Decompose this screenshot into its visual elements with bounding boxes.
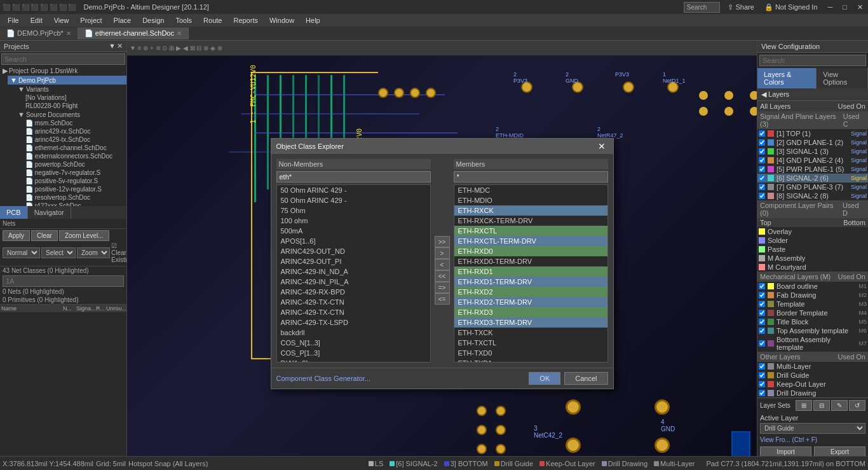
- m-item-eth-rxd1[interactable]: ETH-RXD1: [454, 266, 607, 277]
- m-item-eth-rxd3-term[interactable]: ETH-RXD3-TERM-DRV: [454, 317, 607, 328]
- mech-border[interactable]: Border Template M4: [757, 308, 868, 317]
- tree-powertop[interactable]: 📄 powertop.SchDoc: [23, 160, 126, 169]
- m-item-eth-txck[interactable]: ETH-TXCK: [454, 328, 607, 338]
- members-search[interactable]: [454, 171, 608, 183]
- layer-pair-courtyard[interactable]: M Courtyard: [757, 263, 868, 272]
- layer-sig2[interactable]: [6] SIGNAL-2 (6) Signal: [757, 174, 868, 183]
- menu-project[interactable]: Project: [75, 15, 107, 25]
- zoom-level-btn[interactable]: Zoom Level...: [59, 230, 109, 241]
- tree-no-vars[interactable]: [No Variations]: [23, 93, 126, 102]
- projects-header[interactable]: Projects ▼ ✕: [0, 41, 126, 52]
- share-btn[interactable]: ⇪ Share: [725, 3, 756, 11]
- move-left-btn[interactable]: <: [435, 259, 450, 270]
- layer-sig2b[interactable]: [8] SIGNAL-2 (8) Signal: [757, 191, 868, 200]
- component-class-generator-link[interactable]: Component Class Generator...: [276, 375, 371, 382]
- m-item-eth-rxd1-term[interactable]: ETH-RXD1-TERM-DRV: [454, 277, 607, 287]
- nm-item-3[interactable]: 75 Ohm: [277, 205, 430, 216]
- title-bar-controls[interactable]: Search ⇪ Share 🔒 Not Signed In ─ □ ✕: [684, 2, 865, 13]
- nm-item-13[interactable]: ARINC-429-TX-CTN: [277, 307, 430, 317]
- select-select[interactable]: Select: [41, 247, 76, 258]
- status-layer-signal2[interactable]: [6] SIGNAL-2: [390, 460, 437, 467]
- active-layer-select[interactable]: Drill Guide: [760, 423, 865, 434]
- layer-sig2b-check[interactable]: [759, 193, 765, 199]
- m-item-eth-rxck[interactable]: ETH-RXCK: [454, 205, 607, 216]
- layer-sets-btn2[interactable]: ⊟: [813, 400, 830, 411]
- net-class-search-input[interactable]: [3, 275, 124, 287]
- tab-layers-colors[interactable]: Layers & Colors: [757, 68, 817, 88]
- layer-top-check[interactable]: [759, 130, 765, 137]
- m-item-eth-txctl[interactable]: ETH-TXCTL: [454, 338, 607, 348]
- pcb-visual[interactable]: 1 : FMC-VU12V0 1 : FMC-VU12V0 2P3V3 2GND…: [127, 56, 757, 456]
- layer-multi-check[interactable]: [759, 363, 765, 370]
- layer-gnd1-check[interactable]: [759, 139, 765, 146]
- tree-ethernet[interactable]: 📄 ethernet-channel.SchDoc: [23, 144, 126, 152]
- non-members-list[interactable]: 50 Ohm ARINC 429 - 50 Ohm ARINC 429 - 75…: [276, 184, 431, 363]
- layer-sets-btn3[interactable]: ✎: [831, 400, 848, 411]
- menu-window[interactable]: Window: [264, 15, 299, 25]
- view-from-label[interactable]: View Fro... (Ctrl + F): [757, 435, 868, 445]
- layer-keepout-check[interactable]: [759, 381, 765, 387]
- nm-item-12[interactable]: ARINC-429-TX-CTN: [277, 297, 430, 307]
- layer-top[interactable]: [1] TOP (1) Signal: [757, 129, 868, 138]
- menu-tools[interactable]: Tools: [170, 15, 197, 25]
- layer-drill-guide-check[interactable]: [759, 372, 765, 378]
- menu-help[interactable]: Help: [301, 15, 325, 25]
- tree-r422[interactable]: 📄 r422xxx.SchDoc: [23, 202, 126, 206]
- menu-view[interactable]: View: [49, 15, 74, 25]
- right-search[interactable]: [759, 55, 866, 66]
- maximize-btn[interactable]: □: [840, 3, 850, 11]
- export-btn[interactable]: Export: [814, 446, 865, 456]
- nm-item-5[interactable]: 500mA: [277, 226, 430, 236]
- nm-item-7[interactable]: ARINC429-OUT_ND: [277, 246, 430, 256]
- doc-tab-ethernet-close[interactable]: ✕: [177, 30, 182, 37]
- mech-fab[interactable]: Fab Drawing M2: [757, 291, 868, 300]
- menu-design[interactable]: Design: [137, 15, 169, 25]
- nm-item-14[interactable]: ARINC-429-TX-LSPD: [277, 317, 430, 328]
- layer-pair-paste[interactable]: Paste: [757, 245, 868, 254]
- layer-pwr1[interactable]: [5] PWR PLANE-1 (5) Signal: [757, 165, 868, 174]
- tree-project-group[interactable]: ▶ Project Group 1.DsnWrk: [0, 66, 126, 76]
- move-right-btn[interactable]: >: [435, 247, 450, 259]
- mech-top-asm[interactable]: Top Assembly template M6: [757, 326, 868, 335]
- m-item-eth-rxck-term[interactable]: ETH-RXCK-TERM-DRV: [454, 216, 607, 226]
- canvas-area[interactable]: ▼ ≡ ⊕ + ≋ ⊙ ⊞ ▶ ◀ ⊠ ⊟ ⊗ ◈ ⊕: [127, 41, 757, 456]
- mech-fab-check[interactable]: [759, 292, 765, 298]
- layers-panel-header[interactable]: ◀ Layers: [757, 88, 868, 101]
- mech-bot-asm-check[interactable]: [759, 340, 765, 347]
- status-layer-multi[interactable]: Multi-Layer: [654, 460, 695, 467]
- doc-tab-demo-close[interactable]: ✕: [66, 30, 71, 37]
- m-item-eth-rxd0[interactable]: ETH-RXD0: [454, 246, 607, 256]
- m-item-eth-rxd0-term[interactable]: ETH-RXD0-TERM-DRV: [454, 256, 607, 266]
- m-item-etn-mdio[interactable]: ETH-MDIO: [454, 195, 607, 205]
- status-layer-drill-guide[interactable]: Drill Guide: [494, 460, 533, 467]
- nm-item-11[interactable]: ARINC-429-RX-BPD: [277, 287, 430, 297]
- mech-top-asm-check[interactable]: [759, 328, 765, 334]
- nm-item-15[interactable]: backdrll: [277, 328, 430, 338]
- layer-sets-btn1[interactable]: ⊞: [796, 400, 812, 411]
- layer-gnd2-check[interactable]: [759, 157, 765, 163]
- doc-tab-ethernet[interactable]: 📄 ethernet-channel.SchDoc ✕: [78, 27, 189, 39]
- layer-gnd1[interactable]: [2] GND PLANE-1 (2) Signal: [757, 138, 868, 147]
- tree-pos12v[interactable]: 📄 positive-12v-regulator.S: [23, 185, 126, 193]
- tree-source-docs[interactable]: ▼ Source Documents: [15, 110, 126, 119]
- normal-select[interactable]: Normal: [3, 247, 40, 258]
- m-item-eth-rxd3[interactable]: ETH-RXD3: [454, 307, 607, 317]
- mech-border-check[interactable]: [759, 310, 765, 316]
- m-item-eth-rxd2[interactable]: ETH-RXD2: [454, 287, 607, 297]
- tree-variants[interactable]: ▼ Variants: [15, 85, 126, 93]
- nm-item-17[interactable]: COS_P[1..3]: [277, 348, 430, 358]
- tree-ext-conn[interactable]: 📄 externalconnectors.SchDoc: [23, 152, 126, 160]
- layer-drill-drawing-check[interactable]: [759, 390, 765, 396]
- minimize-btn[interactable]: ─: [825, 3, 836, 11]
- layer-drill-drawing[interactable]: Drill Drawing: [757, 389, 868, 397]
- nm-item-8[interactable]: ARINC429-OUT_PI: [277, 256, 430, 266]
- m-item-eth-rxctl[interactable]: ETH-RXCTL: [454, 226, 607, 236]
- mech-bot-asm[interactable]: Bottom Assembly template M7: [757, 335, 868, 352]
- tab-navigator[interactable]: Navigator: [28, 206, 71, 219]
- move-all-right-btn[interactable]: >>: [435, 236, 450, 247]
- apply-btn[interactable]: Apply: [3, 230, 30, 241]
- tree-arinc429rx[interactable]: 📄 arinc429-rx.SchDoc: [23, 127, 126, 135]
- zoom-select[interactable]: Zoom: [77, 247, 110, 258]
- mech-title[interactable]: Title Block M5: [757, 317, 868, 326]
- mech-title-check[interactable]: [759, 319, 765, 325]
